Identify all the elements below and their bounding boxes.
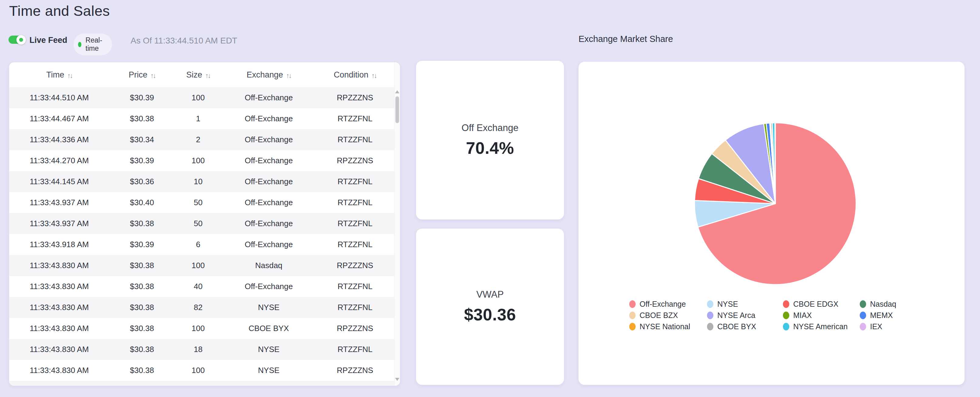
vwap-value: $30.36 [464,305,516,324]
legend-item-cboe-byx[interactable]: CBOE BYX [707,323,783,330]
sort-icon[interactable]: ↑↓ [205,72,210,80]
table-cell: RTZZFNL [316,177,394,187]
sort-icon[interactable]: ↑↓ [67,72,72,80]
legend-dot-icon [707,300,713,308]
legend-dot-icon [629,312,636,319]
table-cell: 11:33:44.467 AM [9,114,109,123]
pie-slice-iex[interactable] [775,123,775,204]
table-header-row: Time↑↓Price↑↓Size↑↓Exchange↑↓Condition↑↓ [9,62,400,87]
legend-dot-icon [707,323,713,330]
legend-label: Nasdaq [870,300,896,309]
table-cell: 11:33:43.937 AM [9,198,109,207]
column-header-label: Time [46,70,64,80]
legend-item-nyse-american[interactable]: NYSE American [783,323,860,330]
table-cell: $30.38 [109,366,175,375]
realtime-badge: Real-time [73,33,112,55]
table-cell: Off-Exchange [222,177,316,187]
table-row: 11:33:43.830 AM$30.3818NYSERTZZFNL [9,339,400,360]
table-cell: Off-Exchange [222,93,316,102]
vwap-label: VWAP [476,289,504,300]
scrollbar-thumb[interactable] [395,96,399,123]
off-exchange-card: Off Exchange 70.4% [416,61,564,220]
table-cell: 50 [175,198,222,207]
sort-icon[interactable]: ↑↓ [150,72,155,80]
table-row: 11:33:43.830 AM$30.3882NYSERTZZFNL [9,297,400,318]
column-header-condition[interactable]: Condition↑↓ [316,70,394,80]
table-row: 11:33:44.510 AM$30.39100Off-ExchangeRPZZ… [9,87,400,108]
table-row: 11:33:43.918 AM$30.396Off-ExchangeRTZZFN… [9,234,400,255]
legend-item-nyse-arca[interactable]: NYSE Arca [707,312,783,319]
legend-item-off-exchange[interactable]: Off-Exchange [629,300,707,308]
table-row: 11:33:44.336 AM$30.342Off-ExchangeRTZZFN… [9,129,400,150]
table-cell: 11:33:43.937 AM [9,219,109,228]
table-cell: Off-Exchange [222,240,316,249]
legend-item-nasdaq[interactable]: Nasdaq [860,300,896,308]
table-cell: 11:33:44.336 AM [9,135,109,144]
exchange-market-share-card: Off-ExchangeNYSECBOE EDGXNasdaqCBOE BZXN… [579,62,964,385]
table-row: 11:33:44.145 AM$30.3610Off-ExchangeRTZZF… [9,171,400,192]
table-cell: 11:33:43.830 AM [9,282,109,291]
column-header-price[interactable]: Price↑↓ [109,70,175,80]
table-cell: RTZZFNL [316,114,394,123]
column-header-size[interactable]: Size↑↓ [175,70,222,80]
table-cell: 100 [175,93,222,102]
table-cell: 82 [175,303,222,312]
table-cell: $30.38 [109,303,175,312]
legend-item-miax[interactable]: MIAX [783,312,860,319]
column-header-time[interactable]: Time↑↓ [9,70,109,80]
table-cell: 40 [175,282,222,291]
legend-item-cboe-bzx[interactable]: CBOE BZX [629,312,707,319]
vwap-card: VWAP $30.36 [416,229,564,385]
scroll-down-arrow-icon[interactable] [395,378,399,381]
scroll-up-arrow-icon[interactable] [395,90,399,93]
table-cell: Off-Exchange [222,219,316,228]
table-cell: CBOE BYX [222,324,316,333]
legend-label: MEMX [870,311,893,320]
table-cell: RTZZFNL [316,198,394,207]
table-cell: $30.38 [109,345,175,354]
table-cell: $30.38 [109,282,175,291]
table-row: 11:33:43.937 AM$30.4050Off-ExchangeRTZZF… [9,192,400,213]
toggle-knob [16,35,26,45]
legend-item-memx[interactable]: MEMX [860,312,896,319]
legend-dot-icon [783,323,789,330]
table-cell: RPZZZNS [316,261,394,270]
table-cell: 10 [175,177,222,187]
exchange-market-share-pie [693,121,858,286]
sort-icon[interactable]: ↑↓ [371,72,376,80]
table-cell: RTZZFNL [316,219,394,228]
legend-label: CBOE BYX [718,322,756,331]
column-header-label: Exchange [247,70,283,80]
table-cell: 11:33:43.830 AM [9,303,109,312]
table-cell: $30.39 [109,156,175,165]
legend-dot-icon [860,323,866,330]
live-feed-label: Live Feed [29,35,67,45]
legend-item-cboe-edgx[interactable]: CBOE EDGX [783,300,860,308]
table-cell: $30.38 [109,261,175,270]
legend-label: CBOE EDGX [793,300,838,309]
table-row: 11:33:43.830 AM$30.3840Off-ExchangeRTZZF… [9,276,400,297]
sort-icon[interactable]: ↑↓ [286,72,291,80]
legend-item-iex[interactable]: IEX [860,323,896,330]
table-cell: 11:33:44.270 AM [9,156,109,165]
legend-label: Off-Exchange [640,300,686,309]
table-cell: RPZZZNS [316,156,394,165]
table-cell: 100 [175,156,222,165]
legend-dot-icon [860,312,866,319]
table-cell: $30.39 [109,240,175,249]
table-body: 11:33:44.510 AM$30.39100Off-ExchangeRPZZ… [9,87,400,386]
table-cell: Off-Exchange [222,282,316,291]
legend-item-nyse[interactable]: NYSE [707,300,783,308]
table-cell: $30.38 [109,324,175,333]
pie-legend: Off-ExchangeNYSECBOE EDGXNasdaqCBOE BZXN… [629,300,896,330]
as-of-timestamp: As Of 11:33:44.510 AM EDT [130,36,237,46]
table-cell: RPZZZNS [316,93,394,102]
live-feed-toggle[interactable] [8,35,25,44]
column-header-exchange[interactable]: Exchange↑↓ [222,70,316,80]
table-cell: 11:33:43.830 AM [9,345,109,354]
table-scrollbar[interactable] [394,62,400,386]
table-cell: $30.38 [109,219,175,228]
column-header-label: Price [129,70,148,80]
off-exchange-label: Off Exchange [461,123,519,134]
legend-item-nyse-national[interactable]: NYSE National [629,323,707,330]
